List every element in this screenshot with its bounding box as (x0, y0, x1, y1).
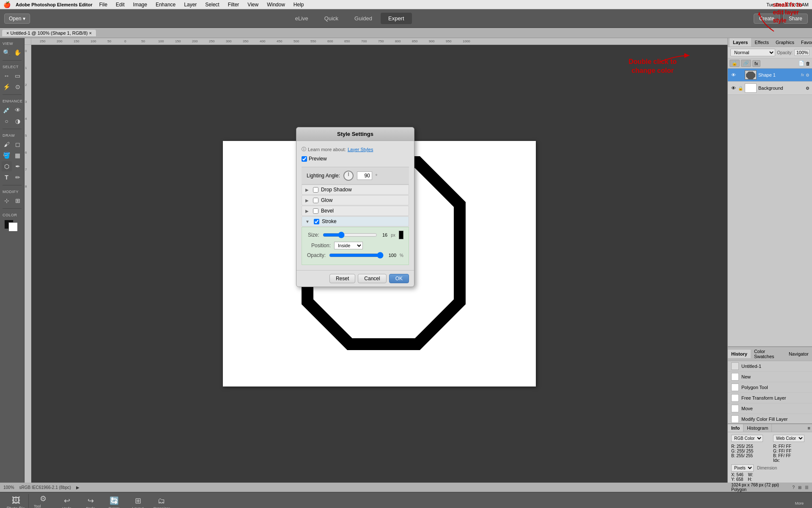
tab-info[interactable]: Info (728, 424, 743, 432)
menu-layer[interactable]: Layer (182, 2, 198, 8)
lighting-angle-input[interactable] (357, 171, 372, 180)
bevel-expand[interactable]: ▶ (305, 209, 309, 213)
size-slider[interactable] (323, 232, 377, 238)
info-panel-menu[interactable]: ≡ (806, 424, 812, 432)
menu-edit[interactable]: Edit (114, 2, 126, 8)
eyedropper-tool[interactable]: 💉 (2, 105, 12, 115)
position-select[interactable]: Inside Outside Center (334, 242, 363, 249)
hand-tool[interactable]: ✋ (13, 47, 23, 58)
tab-graphics[interactable]: Graphics (772, 38, 798, 47)
pencil-tool[interactable]: ✏ (13, 172, 23, 182)
select-rect-tool[interactable]: ▭ (13, 71, 23, 81)
recompose-tool[interactable]: ⊞ (13, 196, 23, 206)
tab-favorites[interactable]: Favorites (798, 38, 812, 47)
organizer-btn[interactable]: 🗂 Organizer (152, 497, 171, 508)
open-button[interactable]: Open ▾ (4, 14, 30, 24)
stroke-color-swatch[interactable] (399, 231, 403, 239)
tab-elive[interactable]: eLive (288, 13, 316, 24)
preview-checkbox[interactable] (302, 156, 307, 162)
tab-layers[interactable]: Layers (730, 38, 751, 47)
tab-history[interactable]: History (728, 350, 751, 358)
gradient-tool[interactable]: ▦ (13, 150, 23, 160)
layer-settings-icon[interactable]: ⚙ (806, 73, 809, 77)
undo-btn[interactable]: ↩ Undo (58, 496, 76, 508)
layer-eye-shape1[interactable]: 👁 (730, 72, 736, 78)
more-btn[interactable]: More (790, 501, 809, 505)
tab-histogram[interactable]: Histogram (743, 424, 772, 432)
glow-expand[interactable]: ▶ (305, 198, 309, 203)
layer-link-icon[interactable]: 🔗 (741, 60, 751, 67)
layer-styles-link[interactable]: Layer Styles (348, 147, 373, 152)
drop-shadow-expand[interactable]: ▶ (305, 188, 309, 192)
stroke-checkbox[interactable] (314, 219, 319, 224)
menu-window[interactable]: Window (265, 2, 287, 8)
opacity-slider[interactable] (329, 252, 384, 259)
redeye-tool[interactable]: 👁 (13, 105, 23, 115)
stroke-expand[interactable]: ▼ (305, 219, 310, 224)
menu-filter[interactable]: Filter (226, 2, 241, 8)
reset-button[interactable]: Reset (329, 274, 355, 283)
eraser-tool[interactable]: ◻ (13, 139, 23, 149)
history-item-4[interactable]: Move (728, 403, 812, 414)
create-button[interactable]: Create (754, 14, 780, 24)
history-item-0[interactable]: Untitled-1 (728, 361, 812, 372)
lasso-tool[interactable]: ⊙ (13, 82, 23, 92)
apple-menu[interactable]: 🍎 (3, 1, 11, 8)
menu-enhance[interactable]: Enhance (154, 2, 177, 8)
history-item-5[interactable]: Modify Color Fill Layer (728, 414, 812, 423)
grid-icon[interactable]: ⊞ (798, 485, 801, 490)
dodge-tool[interactable]: ◑ (13, 116, 23, 126)
history-item-1[interactable]: New (728, 372, 812, 382)
layout-btn[interactable]: ⊞ Layout (129, 496, 147, 508)
paint-bucket-tool[interactable]: 🪣 (2, 150, 12, 160)
layer-style-icon[interactable]: fx (752, 60, 760, 67)
menu-image[interactable]: Image (132, 2, 149, 8)
text-tool[interactable]: T (2, 172, 12, 182)
history-item-3[interactable]: Free Transform Layer (728, 393, 812, 403)
layer-add-icon[interactable]: 📄 (798, 61, 804, 66)
angle-dial[interactable] (343, 171, 354, 181)
menu-help[interactable]: Help (292, 2, 306, 8)
crop-tool[interactable]: ⊹ (2, 196, 12, 206)
document-tab[interactable]: × Untitled-1 @ 100% (Shape 1, RGB/8) × (2, 29, 96, 37)
bevel-checkbox[interactable] (313, 208, 318, 214)
help-icon[interactable]: ? (792, 485, 795, 490)
history-item-2[interactable]: Polygon Tool (728, 382, 812, 393)
shape-tool[interactable]: ⬡ (2, 161, 12, 171)
arrange-icon[interactable]: ☰ (805, 485, 809, 490)
glow-checkbox[interactable] (313, 198, 318, 203)
tab-effects[interactable]: Effects (751, 38, 772, 47)
tab-navigator[interactable]: Navigator (785, 350, 812, 358)
unit-select[interactable]: Pixels (731, 464, 754, 472)
magic-select-tool[interactable]: ⚡ (2, 82, 12, 92)
layer-bg-settings[interactable]: ⚙ (806, 86, 809, 91)
arrow-icon[interactable]: ▶ (76, 485, 80, 490)
layer-delete-icon[interactable]: 🗑 (806, 61, 810, 66)
menu-select[interactable]: Select (203, 2, 221, 8)
web-color-select[interactable]: Web Color (773, 435, 804, 442)
layer-eye-bg[interactable]: 👁 (730, 85, 736, 91)
pen-tool[interactable]: ✒ (13, 161, 23, 171)
tab-quick[interactable]: Quick (317, 13, 346, 24)
menu-view[interactable]: View (246, 2, 260, 8)
color-model-select[interactable]: RGB Color (731, 435, 763, 442)
blend-mode-select[interactable]: Normal (730, 49, 775, 56)
layer-background[interactable]: 👁 🔒 Background ⚙ (728, 82, 812, 95)
tab-expert[interactable]: Expert (381, 13, 412, 24)
layer-lock-icon[interactable]: 🔒 (730, 60, 740, 67)
photo-bin[interactable]: 🖼 Photo Bin (3, 494, 29, 508)
zoom-tool[interactable]: 🔍 (2, 47, 12, 58)
rotate-btn[interactable]: 🔄 Rotate (105, 496, 123, 508)
layer-fx-badge[interactable]: fx (801, 73, 804, 77)
redo-btn[interactable]: ↪ Redo (81, 496, 100, 508)
ok-button[interactable]: OK (389, 274, 409, 283)
share-button[interactable]: Share (783, 14, 808, 24)
brush-tool[interactable]: 🖌 (2, 139, 12, 149)
tab-color-swatches[interactable]: Color Swatches (751, 347, 785, 361)
blur-tool[interactable]: ○ (2, 116, 12, 126)
tool-options-btn[interactable]: ⚙ Tool Options (34, 494, 52, 508)
move-tool[interactable]: ↔ (2, 71, 12, 81)
cancel-button[interactable]: Cancel (358, 274, 386, 283)
background-color[interactable] (8, 222, 18, 232)
tab-guided[interactable]: Guided (347, 13, 380, 24)
